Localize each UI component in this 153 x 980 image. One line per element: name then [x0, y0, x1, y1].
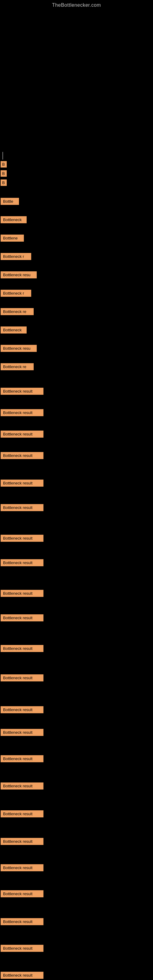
bottleneck-bar: Bottleneck result: [1, 783, 43, 789]
bottleneck-bar: Bottleneck: [1, 326, 27, 334]
bottleneck-bar: Bottleneck r: [1, 290, 31, 297]
site-title: TheBottlenecker.com: [0, 0, 153, 8]
bottleneck-bar: Bottleneck result: [1, 504, 43, 511]
bottleneck-bar: Bottleneck r: [1, 253, 31, 260]
bottleneck-bar: Bottleneck result: [1, 972, 43, 979]
bottleneck-bar: Bottleneck resu: [1, 271, 37, 278]
bottleneck-bar: Bottlene: [1, 235, 24, 242]
bottleneck-bar: Bottleneck re: [1, 363, 33, 370]
bottleneck-bar: Bottleneck result: [1, 388, 43, 395]
bottleneck-bar: Bottleneck result: [1, 838, 43, 845]
bottleneck-bar: Bottleneck re: [1, 308, 33, 315]
bottleneck-bar: Bottleneck result: [1, 559, 43, 566]
bottleneck-bar: Bottleneck result: [1, 706, 43, 713]
bottleneck-bar: Bottle: [1, 198, 19, 205]
bottleneck-bar: Bottleneck result: [1, 480, 43, 487]
bottleneck-bar: Bottleneck result: [1, 755, 43, 762]
bottleneck-bar: Bottleneck result: [1, 918, 43, 925]
bottleneck-bar-small: B: [1, 161, 7, 167]
vertical-line: [2, 152, 3, 159]
bottleneck-bar: Bottleneck result: [1, 890, 43, 897]
bottleneck-bar: Bottleneck result: [1, 864, 43, 871]
bottleneck-bar: Bottleneck result: [1, 729, 43, 736]
bottleneck-bar: Bottleneck result: [1, 675, 43, 681]
bars-container: BBBBottleBottleneckBottleneBottleneck rB…: [0, 8, 153, 980]
bottleneck-bar: Bottleneck result: [1, 535, 43, 542]
bottleneck-bar: Bottleneck: [1, 216, 27, 223]
bottleneck-bar: Bottleneck result: [1, 645, 43, 652]
bottleneck-bar: Bottleneck result: [1, 409, 43, 416]
bottleneck-bar: Bottleneck result: [1, 590, 43, 597]
bottleneck-bar: Bottleneck result: [1, 431, 43, 438]
bottleneck-bar: Bottleneck result: [1, 614, 43, 621]
bottleneck-bar: Bottleneck resu: [1, 345, 37, 352]
bottleneck-bar-small: B: [1, 170, 7, 177]
bottleneck-bar-small: B: [1, 180, 7, 186]
bottleneck-bar: Bottleneck result: [1, 945, 43, 952]
bottleneck-bar: Bottleneck result: [1, 452, 43, 459]
bottleneck-bar: Bottleneck result: [1, 810, 43, 818]
